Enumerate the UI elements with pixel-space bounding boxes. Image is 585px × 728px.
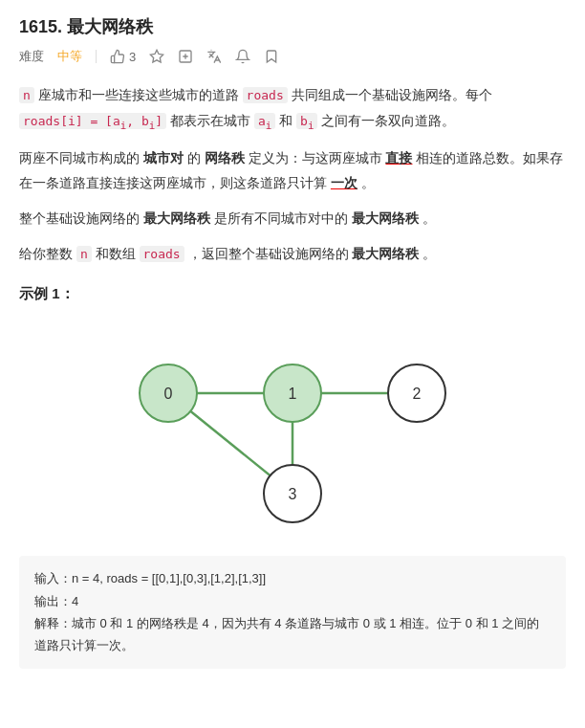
node-1-label: 1 — [289, 386, 297, 402]
share-icon — [178, 49, 193, 64]
graph-svg: 0 1 2 3 — [92, 317, 493, 537]
code-roads-2: roads — [140, 246, 184, 262]
bell-button[interactable] — [235, 49, 250, 64]
example-box: 输入：n = 4, roads = [[0,1],[0,3],[1,2],[1,… — [19, 556, 566, 669]
term-directly: 直接 — [385, 150, 412, 165]
explanation-text: 解释：城市 0 和 1 的网络秩是 4，因为共有 4 条道路与城市 0 或 1 … — [34, 616, 539, 652]
star-button[interactable] — [149, 49, 164, 64]
term-once: 一次 — [331, 175, 358, 190]
output-label: 输出：4 — [34, 594, 78, 608]
meta-row: 难度 中等 3 — [19, 48, 566, 65]
paragraph-3: 整个基础设施网络的 最大网络秩 是所有不同城市对中的 最大网络秩 。 — [19, 206, 566, 232]
bookmark-button[interactable] — [264, 49, 279, 64]
code-n: n — [19, 87, 34, 103]
thumbs-up-icon — [110, 49, 125, 64]
paragraph-4: 给你整数 n 和数组 roads ，返回整个基础设施网络的 最大网络秩 。 — [19, 241, 566, 267]
code-ai: ai — [254, 113, 275, 129]
svg-marker-0 — [151, 50, 163, 62]
bell-icon — [235, 49, 250, 64]
star-icon — [149, 49, 164, 64]
code-bi: bi — [296, 113, 317, 129]
bookmark-icon — [264, 49, 279, 64]
code-roads-i: roads[i] = [ai, bi] — [19, 113, 166, 129]
paragraph-1: n 座城市和一些连接这些城市的道路 roads 共同组成一个基础设施网络。每个 … — [19, 82, 566, 136]
node-2-label: 2 — [413, 386, 422, 402]
likes-count: 3 — [129, 50, 136, 64]
translate-button[interactable] — [206, 49, 222, 64]
example-explanation-line: 解释：城市 0 和 1 的网络秩是 4，因为共有 4 条道路与城市 0 或 1 … — [34, 612, 551, 657]
term-network-rank: 网络秩 — [205, 150, 245, 165]
example-output-line: 输出：4 — [34, 590, 551, 612]
code-n-2: n — [76, 246, 92, 262]
difficulty-label: 难度 — [19, 48, 44, 65]
likes-button[interactable]: 3 — [110, 49, 136, 64]
share-button[interactable] — [178, 49, 193, 64]
graph-container: 0 1 2 3 — [19, 317, 566, 537]
problem-body: n 座城市和一些连接这些城市的道路 roads 共同组成一个基础设施网络。每个 … — [19, 82, 566, 266]
input-label: 输入：n = 4, roads = [[0,1],[0,3],[1,2],[1,… — [34, 571, 266, 585]
term-max-rank-2: 最大网络秩 — [352, 210, 419, 226]
paragraph-2: 两座不同城市构成的 城市对 的 网络秩 定义为：与这两座城市 直接 相连的道路总… — [19, 145, 566, 196]
code-roads: roads — [243, 87, 288, 103]
term-max-rank-return: 最大网络秩 — [352, 246, 419, 261]
term-city-pair: 城市对 — [143, 150, 184, 165]
difficulty-value: 中等 — [57, 48, 82, 65]
example-input-line: 输入：n = 4, roads = [[0,1],[0,3],[1,2],[1,… — [34, 567, 551, 589]
translate-icon — [206, 49, 222, 64]
problem-title: 1615. 最大网络秩 — [19, 15, 566, 38]
divider — [96, 50, 97, 63]
node-0-label: 0 — [164, 386, 173, 402]
example-title: 示例 1： — [19, 285, 566, 303]
term-max-rank-1: 最大网络秩 — [143, 210, 210, 226]
node-3-label: 3 — [289, 486, 297, 502]
